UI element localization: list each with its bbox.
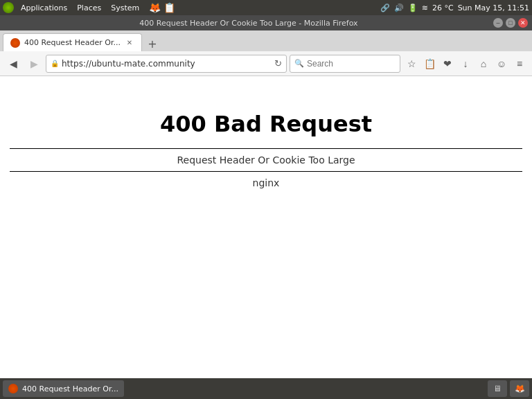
window-controls: – □ ✕ bbox=[493, 18, 528, 28]
system-bar: Applications Places System 🦊 📋 🔗 🔊 🔋 ≋ 2… bbox=[0, 0, 532, 15]
reader-button[interactable]: 📋 bbox=[421, 55, 438, 72]
taskbar-desktop-button[interactable]: 🖥 bbox=[488, 380, 507, 397]
nav-bar: ◀ ▶ 🔒 https://ubuntu-mate.community ↻ 🔍 … bbox=[0, 51, 532, 76]
clipboard-icon[interactable]: 📋 bbox=[163, 2, 175, 13]
signal-icon: ≋ bbox=[422, 3, 428, 12]
search-bar[interactable]: 🔍 bbox=[290, 55, 400, 73]
network-icon: 🔗 bbox=[380, 3, 390, 12]
mate-logo-icon bbox=[3, 2, 14, 13]
battery-icon: 🔋 bbox=[408, 3, 418, 12]
volume-icon[interactable]: 🔊 bbox=[394, 3, 404, 12]
menu-system[interactable]: System bbox=[107, 2, 143, 14]
error-subheading: Request Header Or Cookie Too Large bbox=[10, 154, 522, 166]
url-text: https://ubuntu-mate.community bbox=[62, 59, 195, 69]
error-divider bbox=[10, 148, 522, 149]
menu-button[interactable]: ≡ bbox=[511, 55, 528, 72]
active-tab[interactable]: 400 Request Header Or... ✕ bbox=[3, 33, 142, 51]
tab-close-button[interactable]: ✕ bbox=[125, 38, 134, 48]
tab-label: 400 Request Header Or... bbox=[24, 38, 121, 47]
system-bar-left: Applications Places System 🦊 📋 bbox=[3, 2, 175, 14]
synced-tabs-button[interactable]: ☺ bbox=[493, 55, 510, 72]
error-content: 400 Bad Request Request Header Or Cookie… bbox=[10, 111, 522, 188]
menu-applications[interactable]: Applications bbox=[17, 2, 71, 14]
taskbar-firefox-item[interactable]: 400 Request Header Or... bbox=[3, 380, 124, 397]
search-input[interactable] bbox=[307, 59, 396, 69]
taskbar-favicon-icon bbox=[8, 384, 18, 393]
search-icon: 🔍 bbox=[294, 59, 304, 68]
close-button[interactable]: ✕ bbox=[518, 18, 528, 28]
window-title: 400 Request Header Or Cookie Too Large -… bbox=[4, 19, 493, 28]
error-divider-2 bbox=[10, 171, 522, 172]
taskbar-item-label: 400 Request Header Or... bbox=[22, 384, 118, 393]
taskbar-right: 🖥 🦊 bbox=[488, 380, 529, 397]
error-heading: 400 Bad Request bbox=[10, 111, 522, 137]
lock-icon: 🔒 bbox=[51, 60, 59, 67]
main-layout: Applications Places System 🦊 📋 🔗 🔊 🔋 ≋ 2… bbox=[0, 0, 532, 399]
server-label: nginx bbox=[10, 177, 522, 188]
taskbar: 400 Request Header Or... 🖥 🦊 bbox=[0, 378, 532, 399]
url-bar[interactable]: 🔒 https://ubuntu-mate.community ↻ bbox=[46, 55, 287, 73]
datetime-display: Sun May 15, 11:51 bbox=[458, 3, 529, 12]
bookmark-button[interactable]: ☆ bbox=[403, 55, 420, 72]
firefox-launcher-icon[interactable]: 🦊 bbox=[149, 2, 161, 13]
tab-bar: 400 Request Header Or... ✕ + bbox=[0, 30, 532, 51]
page-content: 400 Bad Request Request Header Or Cookie… bbox=[0, 76, 532, 378]
menu-places[interactable]: Places bbox=[73, 2, 105, 14]
forward-button[interactable]: ▶ bbox=[25, 55, 43, 73]
system-bar-right: 🔗 🔊 🔋 ≋ 26 °C Sun May 15, 11:51 bbox=[380, 3, 529, 12]
pocket-button[interactable]: ❤ bbox=[439, 55, 456, 72]
back-button[interactable]: ◀ bbox=[4, 55, 22, 73]
tab-favicon-icon bbox=[10, 38, 20, 48]
taskbar-firefox-button[interactable]: 🦊 bbox=[510, 380, 529, 397]
download-button[interactable]: ↓ bbox=[457, 55, 474, 72]
maximize-button[interactable]: □ bbox=[506, 18, 515, 28]
browser-window: 400 Request Header Or Cookie Too Large -… bbox=[0, 15, 532, 378]
temperature-display: 26 °C bbox=[432, 3, 454, 12]
nav-icons: ☆ 📋 ❤ ↓ ⌂ ☺ ≡ bbox=[403, 55, 528, 72]
new-tab-button[interactable]: + bbox=[145, 36, 160, 51]
titlebar: 400 Request Header Or Cookie Too Large -… bbox=[0, 15, 532, 30]
reload-button[interactable]: ↻ bbox=[274, 58, 282, 69]
home-button[interactable]: ⌂ bbox=[475, 55, 492, 72]
minimize-button[interactable]: – bbox=[493, 18, 503, 28]
